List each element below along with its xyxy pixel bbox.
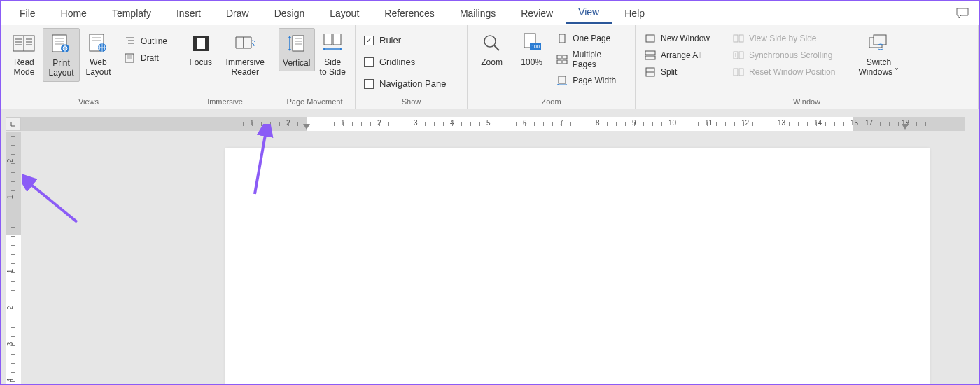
zoom-icon [482,31,502,56]
vertical-icon [287,31,307,57]
one-page-button[interactable]: One Page [552,31,631,46]
view-side-by-side-button[interactable]: View Side by Side [728,31,839,46]
checkbox-icon [364,79,374,89]
checkbox-icon: ✓ [364,36,374,46]
group-label-pagemovement: Page Movement [274,96,355,108]
svg-text:100: 100 [531,44,540,49]
immersive-reader-icon [234,31,255,56]
tab-draw[interactable]: Draw [214,4,262,23]
annotation-arrow [22,120,85,232]
document-page[interactable] [225,148,930,385]
tab-view[interactable]: View [566,2,612,24]
svg-rect-48 [645,51,655,55]
web-layout-icon [88,31,108,56]
zoom-100-button[interactable]: 100 100% [512,28,552,70]
svg-rect-58 [739,69,743,76]
arrange-all-button[interactable]: Arrange All [640,48,714,63]
tab-selector[interactable] [6,117,21,131]
tab-home[interactable]: Home [48,4,99,23]
vertical-ruler[interactable]: 211234 [6,132,21,384]
focus-icon [192,31,210,56]
svg-rect-43 [563,60,567,64]
navigation-pane-checkbox[interactable]: Navigation Pane [360,76,450,92]
group-label-immersive: Immersive [176,96,274,108]
switch-windows-button[interactable]: Switch Windows ˅ [853,28,904,80]
tab-layout[interactable]: Layout [317,4,372,23]
checkbox-icon [364,57,374,67]
tab-mailings[interactable]: Mailings [447,4,508,23]
new-window-icon: + [644,33,657,44]
side-to-side-button[interactable]: Side to Side [315,28,351,80]
switch-windows-icon [868,31,889,56]
split-icon [644,66,657,78]
reset-window-position-button[interactable]: Reset Window Position [728,64,839,80]
draft-button[interactable]: Draft [120,50,172,66]
read-mode-button[interactable]: Read Mode [6,28,43,80]
read-mode-icon [13,31,35,56]
multiple-pages-icon [556,54,568,65]
svg-line-35 [494,46,499,50]
side-to-side-icon [321,31,344,56]
one-page-icon [556,33,568,44]
focus-button[interactable]: Focus [181,28,221,70]
reset-window-icon [732,66,745,78]
multiple-pages-button[interactable]: Multiple Pages [552,48,631,71]
comment-icon[interactable] [956,8,969,19]
svg-line-62 [255,131,266,194]
svg-rect-31 [324,34,332,45]
svg-rect-39 [559,34,565,43]
tab-design[interactable]: Design [262,4,318,23]
svg-rect-41 [563,55,567,59]
immersive-reader-button[interactable]: Immersive Reader [221,28,270,80]
annotation-arrow [245,124,280,201]
svg-rect-55 [739,52,743,59]
print-layout-icon [51,31,71,57]
draft-icon [124,52,136,64]
gridlines-checkbox[interactable]: Gridlines [360,54,450,70]
svg-rect-52 [734,35,738,42]
svg-rect-26 [293,36,304,51]
page-width-icon [556,75,568,86]
svg-line-61 [28,182,77,222]
svg-rect-60 [874,35,886,45]
split-button[interactable]: Split [640,64,714,80]
svg-point-34 [484,36,496,47]
tab-insert[interactable]: Insert [164,4,214,23]
svg-text:+: + [648,34,652,39]
tab-review[interactable]: Review [508,4,566,23]
chevron-down-icon: ˅ [895,67,899,77]
vertical-button[interactable]: Vertical [279,28,315,71]
group-label-zoom: Zoom [468,96,635,108]
svg-rect-32 [333,34,341,45]
svg-rect-25 [197,38,205,49]
arrange-all-icon [644,50,657,61]
svg-rect-57 [734,69,738,76]
svg-rect-49 [645,56,655,59]
tab-references[interactable]: References [372,4,447,23]
sync-scroll-icon [732,50,745,61]
group-label-show: Show [356,96,467,108]
group-label-window: Window [636,96,978,108]
print-layout-button[interactable]: Print Layout [43,28,80,82]
svg-rect-53 [739,35,743,42]
synchronous-scrolling-button[interactable]: Synchronous Scrolling [728,48,839,63]
web-layout-button[interactable]: Web Layout [80,28,117,80]
tab-file[interactable]: File [7,4,48,23]
outline-button[interactable]: Outline [120,34,172,49]
outline-icon [124,36,136,47]
svg-rect-42 [557,60,561,64]
group-label-views: Views [1,96,176,108]
zoom-button[interactable]: Zoom [472,28,512,70]
ruler-checkbox[interactable]: ✓ Ruler [360,32,450,48]
svg-rect-44 [559,76,566,83]
new-window-button[interactable]: + New Window [640,31,714,46]
tab-templafy[interactable]: Templafy [99,4,164,23]
svg-rect-40 [557,55,561,59]
horizontal-ruler[interactable]: 211234567891011121314151718 [21,117,965,131]
zoom-100-icon: 100 [522,31,542,56]
page-width-button[interactable]: Page Width [552,73,631,88]
side-by-side-icon [732,33,745,44]
tab-help[interactable]: Help [612,4,657,23]
